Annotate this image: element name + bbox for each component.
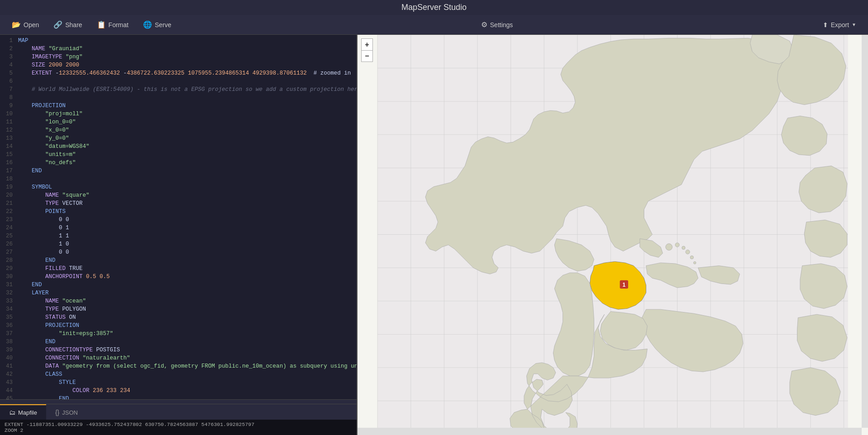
line-content (16, 94, 22, 102)
settings-button[interactable]: ⚙ Settings (475, 18, 520, 32)
line-number: 22 (0, 208, 16, 216)
line-number: 28 (0, 256, 16, 265)
line-content: END (16, 256, 56, 265)
line-number: 12 (0, 126, 16, 134)
map-horizontal-scrollbar[interactable] (358, 428, 862, 435)
code-line: 3 IMAGETYPE "png" (0, 53, 357, 61)
open-icon: 📂 (12, 20, 21, 29)
line-content: EXTENT -12332555.466362432 -4386722.6302… (16, 69, 351, 77)
line-number: 18 (0, 175, 16, 183)
editor-panel: 1MAP2 NAME "Grauniad"3 IMAGETYPE "png"4 … (0, 35, 358, 435)
line-content: TYPE POLYGON (16, 305, 86, 313)
map-vertical-scrollbar[interactable] (862, 35, 868, 428)
code-line: 25 1 1 (0, 232, 357, 240)
mapfile-tab-icon: 🗂 (9, 409, 15, 416)
horizontal-scrollbar[interactable] (0, 399, 357, 404)
code-line: 35 STATUS ON (0, 313, 357, 322)
code-line: 38 END (0, 338, 357, 346)
code-line: 41 DATA "geometry from (select ogc_fid, … (0, 362, 357, 370)
settings-label: Settings (490, 21, 513, 28)
main-content: 1MAP2 NAME "Grauniad"3 IMAGETYPE "png"4 … (0, 35, 868, 435)
line-number: 37 (0, 330, 16, 338)
line-number: 3 (0, 53, 16, 61)
export-icon: ⬆ (823, 21, 828, 28)
line-number: 19 (0, 183, 16, 191)
line-content: CONNECTION "naturalearth" (16, 354, 130, 362)
line-content: LAYER (16, 289, 49, 297)
svg-point-29 (666, 244, 672, 251)
toolbar: 📂 Open 🔗 Share 📋 Format 🌐 Serve ⚙ Settin… (0, 15, 868, 35)
code-line: 15 "units=m" (0, 151, 357, 159)
code-line: 22 POINTS (0, 208, 357, 216)
line-number: 40 (0, 354, 16, 362)
line-number: 38 (0, 338, 16, 346)
zoom-out-button[interactable]: − (361, 50, 373, 62)
zoom-controls: + − (361, 38, 373, 62)
svg-point-33 (690, 255, 693, 259)
line-number: 33 (0, 297, 16, 305)
line-content: 1 1 (16, 232, 69, 240)
line-number: 26 (0, 240, 16, 248)
line-number: 8 (0, 94, 16, 102)
line-number: 23 (0, 216, 16, 224)
line-number: 4 (0, 61, 16, 69)
code-line: 42 CLASS (0, 370, 357, 378)
line-content: END (16, 167, 42, 175)
code-line: 39 CONNECTIONTYPE POSTGIS (0, 346, 357, 354)
zoom-in-button[interactable]: + (361, 38, 373, 50)
line-number: 17 (0, 167, 16, 175)
line-number: 30 (0, 273, 16, 281)
tab-json[interactable]: {} JSON (46, 404, 87, 420)
json-tab-label: JSON (62, 409, 78, 416)
line-number: 39 (0, 346, 16, 354)
line-content: NAME "square" (16, 191, 90, 199)
tab-mapfile[interactable]: 🗂 Mapfile (0, 404, 46, 420)
code-line: 29 FILLED TRUE (0, 265, 357, 273)
code-line: 27 0 0 (0, 248, 357, 256)
line-content: "units=m" (16, 151, 76, 159)
code-line: 10 "proj=moll" (0, 110, 357, 118)
map-svg: 1 (358, 35, 868, 435)
share-icon: 🔗 (53, 20, 62, 29)
line-content: NAME "Grauniad" (16, 45, 83, 53)
line-number: 32 (0, 289, 16, 297)
line-content: "no_defs" (16, 159, 76, 167)
code-line: 26 1 0 (0, 240, 357, 248)
code-line: 21 TYPE VECTOR (0, 199, 357, 208)
line-number: 31 (0, 281, 16, 289)
line-number: 42 (0, 370, 16, 378)
line-content: CONNECTIONTYPE POSTGIS (16, 346, 120, 354)
map-panel[interactable]: + − (358, 35, 868, 435)
line-content: "datum=WGS84" (16, 142, 90, 151)
open-button[interactable]: 📂 Open (5, 18, 45, 32)
code-line: 44 COLOR 236 233 234 (0, 387, 357, 395)
share-button[interactable]: 🔗 Share (47, 18, 88, 32)
share-label: Share (65, 21, 82, 28)
line-number: 7 (0, 85, 16, 94)
line-content: TYPE VECTOR (16, 199, 83, 208)
export-label: Export (831, 21, 849, 28)
code-line: 2 NAME "Grauniad" (0, 45, 357, 53)
code-line: 24 0 1 (0, 224, 357, 232)
tab-bar: 🗂 Mapfile {} JSON (0, 404, 357, 420)
line-content: NAME "ocean" (16, 297, 86, 305)
svg-text:1: 1 (623, 282, 626, 288)
code-line: 13 "y_0=0" (0, 134, 357, 142)
code-line: 36 PROJECTION (0, 322, 357, 330)
app-title: MapServer Studio (401, 3, 467, 12)
serve-button[interactable]: 🌐 Serve (137, 18, 178, 32)
line-content: PROJECTION (16, 102, 66, 110)
line-number: 44 (0, 387, 16, 395)
line-content: COLOR 236 233 234 (16, 387, 130, 395)
line-content: STYLE (16, 378, 76, 387)
code-editor[interactable]: 1MAP2 NAME "Grauniad"3 IMAGETYPE "png"4 … (0, 35, 357, 399)
zoom-status: ZOOM 2 (5, 427, 352, 433)
export-chevron-icon: ▼ (852, 22, 856, 27)
export-button[interactable]: ⬆ Export ▼ (816, 19, 863, 31)
line-number: 5 (0, 69, 16, 77)
code-line: 43 STYLE (0, 378, 357, 387)
line-number: 34 (0, 305, 16, 313)
line-number: 35 (0, 313, 16, 322)
code-line: 14 "datum=WGS84" (0, 142, 357, 151)
format-button[interactable]: 📋 Format (91, 18, 135, 32)
